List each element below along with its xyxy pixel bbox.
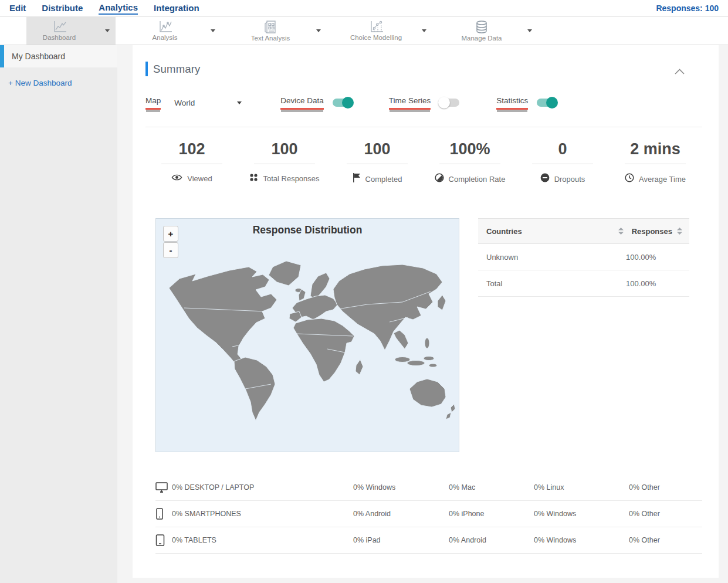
device-stat-cell: 0% Other [629,510,702,518]
statistics-label: Statistics [496,96,528,110]
stat-label: Completion Rate [449,175,506,184]
countries-table-header: Countries Responses [478,218,689,244]
device-name-cell: 0% TABLETS [172,536,353,544]
dashboard-sidebar: My Dashboard + New Dashboard [0,45,117,583]
nav-item-edit[interactable]: Edit [9,3,26,14]
eye-icon [171,173,182,184]
stat-label: Dropouts [554,175,585,184]
toolbar-item-dashboard[interactable]: Dashboard [26,17,116,45]
stat-average-time: 2 mins Average Time [609,140,702,185]
toolbar-item-text-analysis[interactable]: Text Analysis [238,17,327,45]
table-row: Total 100.00% [478,270,689,297]
stat-dropouts: 0 Dropouts [516,140,609,185]
summary-controls: Map World Device Data Time Series Statis… [145,94,702,111]
device-stat-cell: 0% Other [629,483,702,492]
collapse-chevron-icon[interactable] [675,66,685,77]
country-cell: Total [486,279,502,288]
top-nav: Edit Distribute Analytics Integration Re… [0,0,728,17]
toolbar-label: Manage Data [461,35,502,42]
stat-value: 102 [178,140,205,158]
chevron-down-icon[interactable] [105,29,110,32]
line-chart-icon [52,21,67,33]
nav-item-integration[interactable]: Integration [154,3,199,14]
stat-label: Total Responses [263,174,319,183]
map-region-value: World [174,99,195,107]
sort-icon[interactable] [677,228,682,235]
responses-header[interactable]: Responses [632,227,672,236]
device-stat-cell: 0% Windows [353,483,449,492]
stat-total-responses: 100 Total Responses [238,140,331,185]
map-region-select[interactable]: World [174,99,242,107]
device-stat-cell: 0% Android [449,536,534,544]
device-stat-cell: 0% iPad [353,536,449,544]
countries-table: Countries Responses [478,218,689,452]
section-title: Summary [153,63,201,76]
dots-grid-icon [249,173,258,184]
analytics-toolbar: Dashboard Analysis [0,17,728,45]
toolbar-label: Analysis [153,34,178,41]
toolbar-item-analysis[interactable]: Analysis [132,17,221,45]
device-data-table: 0% DESKTOP / LAPTOP 0% Windows 0% Mac 0%… [155,474,702,554]
toolbar-item-choice-modelling[interactable]: Choice Modelling [343,17,432,45]
stat-label: Completed [365,175,402,184]
device-stat-cell: 0% Linux [534,483,629,492]
device-stat-cell: 0% Android [353,510,449,518]
device-stat-cell: 0% Other [629,536,702,544]
responses-cell: 100.00% [626,253,682,262]
responses-cell: 100.00% [626,279,682,288]
response-distribution-map[interactable]: Response Distribution + - [155,218,459,452]
database-icon [475,21,489,33]
stat-label: Viewed [187,174,212,183]
chevron-down-icon[interactable] [316,29,321,32]
time-series-toggle[interactable] [439,99,459,107]
stat-value: 0 [558,140,567,158]
trend-chart-icon [157,21,172,33]
world-map[interactable] [156,234,459,451]
table-row: 0% TABLETS 0% iPad 0% Android 0% Windows… [155,527,702,554]
stat-value: 100 [271,140,297,158]
summary-card: Summary Map World Device Data Time Serie… [133,45,719,578]
device-name-cell: 0% SMARTPHONES [172,510,353,518]
map-section: Response Distribution + - [155,218,702,452]
country-cell: Unknown [486,253,518,262]
device-stat-cell: 0% Windows [534,536,629,544]
clock-icon [625,173,634,185]
chevron-down-icon [237,101,242,104]
section-accent-bar [145,62,148,76]
chevron-down-icon[interactable] [527,29,532,32]
half-circle-icon [435,173,444,185]
new-dashboard-button[interactable]: + New Dashboard [8,79,117,87]
divider [145,127,702,127]
device-stat-cell: 0% Windows [534,510,629,518]
toolbar-label: Text Analysis [251,35,290,42]
toolbar-item-manage-data[interactable]: Manage Data [449,17,538,45]
desktop-icon [155,482,172,493]
table-row: 0% SMARTPHONES 0% Android 0% iPhone 0% W… [155,501,702,527]
flag-icon [353,173,361,185]
chevron-down-icon[interactable] [422,29,426,32]
summary-header: Summary [145,62,702,76]
chevron-down-icon[interactable] [211,29,215,32]
sort-icon[interactable] [618,228,624,235]
table-row: 0% DESKTOP / LAPTOP 0% Windows 0% Mac 0%… [155,474,702,501]
stat-viewed: 102 Viewed [145,140,238,185]
table-row: Unknown 100.00% [478,244,689,270]
countries-header[interactable]: Countries [486,227,522,236]
device-name-cell: 0% DESKTOP / LAPTOP [172,483,353,492]
stat-completed: 100 Completed [331,140,424,185]
stat-completion-rate: 100% Completion Rate [424,140,516,185]
stat-value: 100% [449,140,490,158]
sidebar-item-label: My Dashboard [12,52,65,61]
device-data-toggle[interactable] [333,99,353,107]
nav-item-analytics[interactable]: Analytics [99,2,138,15]
document-grid-icon [264,21,277,33]
smartphone-icon [155,508,172,520]
toolbar-label: Choice Modelling [350,34,402,41]
sidebar-item-my-dashboard[interactable]: My Dashboard [0,45,117,67]
device-data-label: Device Data [280,96,324,110]
statistics-toggle[interactable] [537,99,557,107]
stat-value: 100 [364,140,390,158]
nav-item-distribute[interactable]: Distribute [42,3,83,14]
responses-count: Responses: 100 [656,4,719,13]
device-stat-cell: 0% Mac [449,483,534,492]
